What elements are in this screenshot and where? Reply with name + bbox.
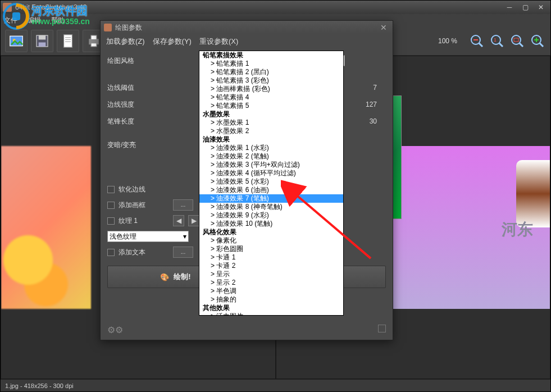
label-edge-threshold: 边线阈值: [107, 83, 202, 93]
chevron-down-icon[interactable]: ▾: [183, 233, 186, 240]
dropdown-group: 油漆效果: [199, 135, 343, 144]
svg-rect-3: [39, 35, 46, 40]
svg-rect-10: [91, 35, 97, 40]
zoom-out-button[interactable]: [468, 33, 485, 49]
dialog-title: 绘图参数: [115, 23, 142, 33]
gear-icon[interactable]: ⚙⚙: [107, 325, 123, 335]
menu-help[interactable]: 帮助: [51, 16, 65, 25]
dropdown-item[interactable]: 卡通 1: [199, 253, 343, 262]
dropdown-group: 风格化效果: [199, 228, 343, 236]
dropdown-item[interactable]: 油漆效果 6 (油画): [199, 186, 343, 194]
checkbox-text[interactable]: [107, 249, 115, 256]
label-frame: 添加画框: [119, 200, 169, 210]
dropdown-item[interactable]: 油漆效果 10 (笔触): [199, 220, 343, 228]
dropdown-item[interactable]: 活力图片: [199, 312, 343, 316]
app-title: 64bit FotoSketcher 3.40: [15, 3, 86, 11]
status-text: 1.jpg - 418x256 - 300 dpi: [5, 382, 74, 389]
draw-button-label: 绘制!: [174, 272, 190, 282]
dropdown-group: 水墨效果: [199, 110, 343, 118]
dropdown-item[interactable]: 铅笔素描 5: [199, 102, 343, 110]
svg-point-18: [512, 35, 521, 44]
dropdown-item[interactable]: 油画棒素描 (彩色): [199, 85, 343, 93]
dropdown-item[interactable]: 卡通 2: [199, 262, 343, 270]
dropdown-item[interactable]: 油漆效果 1 (水彩): [199, 144, 343, 152]
statusbar: 1.jpg - 418x256 - 300 dpi: [1, 379, 550, 391]
style-dropdown-list[interactable]: 铅笔素描效果 铅笔素描 1 铅笔素描 2 (黑白) 铅笔素描 3 (彩色) 油画…: [199, 51, 344, 316]
dropdown-item[interactable]: 油漆效果 2 (笔触): [199, 152, 343, 161]
main-titlebar: 64bit FotoSketcher 3.40 ─ ▢ ✕: [1, 1, 550, 14]
dropdown-item[interactable]: 呈示 2: [199, 279, 343, 287]
texture-select-value: 浅色纹理: [110, 232, 136, 241]
source-image: [1, 146, 91, 309]
label-edge-strength: 边线强度: [107, 100, 202, 110]
maximize-button[interactable]: ▢: [518, 2, 532, 12]
dropdown-item[interactable]: 油漆效果 8 (神奇笔触): [199, 203, 343, 211]
label-soften: 软化边线: [119, 185, 145, 194]
dialog-menu-save[interactable]: 保存参数(Y): [153, 37, 192, 47]
svg-line-13: [479, 43, 482, 47]
svg-text:1: 1: [494, 37, 497, 43]
svg-rect-4: [39, 42, 46, 47]
texture-next-button[interactable]: ▶: [188, 215, 199, 226]
dropdown-item[interactable]: 像素化: [199, 236, 343, 245]
value-edge-threshold: 7: [373, 84, 377, 92]
zoom-fit-button[interactable]: [509, 33, 526, 49]
dropdown-item[interactable]: 半色调: [199, 287, 343, 295]
dropdown-item[interactable]: 铅笔素描 1: [199, 60, 343, 68]
dropdown-item-selected[interactable]: 油漆效果 7 (笔触): [199, 194, 343, 203]
texture-select[interactable]: 浅色纹理 ▾: [107, 231, 189, 242]
label-brightness: 变暗/变亮: [107, 140, 202, 150]
menu-file[interactable]: 文件: [4, 16, 17, 25]
app-icon: [3, 3, 12, 12]
dropdown-item[interactable]: 水墨效果 1: [199, 118, 343, 127]
dropdown-item[interactable]: 油漆效果 9 (水彩): [199, 211, 343, 220]
dropdown-item[interactable]: 油漆效果 3 (平均+双向过滤): [199, 161, 343, 169]
overlay-text: 河东: [502, 219, 533, 240]
dialog-menu-load[interactable]: 加载参数(Z): [106, 37, 145, 47]
zoom-percent-label: 100 %: [438, 37, 457, 45]
dropdown-item[interactable]: 水墨效果 2: [199, 127, 343, 135]
dropdown-item[interactable]: 呈示: [199, 270, 343, 279]
checkbox-texture[interactable]: [107, 217, 115, 225]
text-options-button[interactable]: ...: [173, 247, 193, 258]
dialog-close-button[interactable]: ✕: [378, 23, 389, 32]
checkbox-soften[interactable]: [107, 186, 115, 193]
zoom-in-button[interactable]: [529, 33, 546, 49]
value-stroke-length: 30: [370, 117, 377, 125]
dialog-titlebar[interactable]: 绘图参数 ✕: [101, 21, 393, 34]
dropdown-item[interactable]: 油漆效果 5 (水彩): [199, 177, 343, 186]
resize-grip-icon[interactable]: [378, 325, 386, 332]
result-image-dog: [516, 160, 550, 227]
frame-options-button[interactable]: ...: [173, 199, 193, 211]
svg-rect-5: [64, 34, 72, 47]
toolbar-open-image[interactable]: [5, 30, 28, 52]
zoom-reset-button[interactable]: 1: [489, 33, 506, 49]
dropdown-item[interactable]: 铅笔素描 4: [199, 93, 343, 102]
toolbar-save[interactable]: [31, 30, 53, 52]
svg-line-22: [540, 43, 543, 47]
dropdown-group: 其他效果: [199, 304, 343, 312]
dialog-menu-reset[interactable]: 重设参数(X): [199, 37, 238, 47]
dropdown-group: 铅笔素描效果: [199, 51, 343, 60]
label-stroke-length: 笔锋长度: [107, 117, 202, 126]
checkbox-frame[interactable]: [107, 202, 115, 209]
texture-prev-button[interactable]: ◀: [173, 215, 184, 226]
dropdown-item[interactable]: 抽象的: [199, 295, 343, 304]
dropdown-item[interactable]: 铅笔素描 2 (黑白): [199, 68, 343, 76]
svg-rect-11: [91, 43, 97, 46]
palette-icon: 🎨: [160, 273, 169, 281]
label-text: 添加文本: [119, 248, 169, 257]
label-texture: 纹理 1: [119, 216, 169, 226]
toolbar-document[interactable]: [57, 30, 79, 52]
close-button[interactable]: ✕: [534, 2, 548, 12]
dialog-icon: [104, 24, 112, 31]
minimize-button[interactable]: ─: [502, 2, 517, 12]
dropdown-item[interactable]: 油漆效果 4 (循环平均过滤): [199, 169, 343, 177]
dropdown-item[interactable]: 彩色圆圈: [199, 245, 343, 253]
dialog-menubar: 加载参数(Z) 保存参数(Y) 重设参数(X): [101, 34, 393, 49]
svg-line-19: [520, 43, 523, 47]
dropdown-item[interactable]: 铅笔素描 3 (彩色): [199, 76, 343, 85]
svg-rect-20: [514, 38, 518, 42]
menu-edit[interactable]: 编辑: [28, 16, 41, 25]
label-style: 绘图风格: [107, 56, 202, 66]
